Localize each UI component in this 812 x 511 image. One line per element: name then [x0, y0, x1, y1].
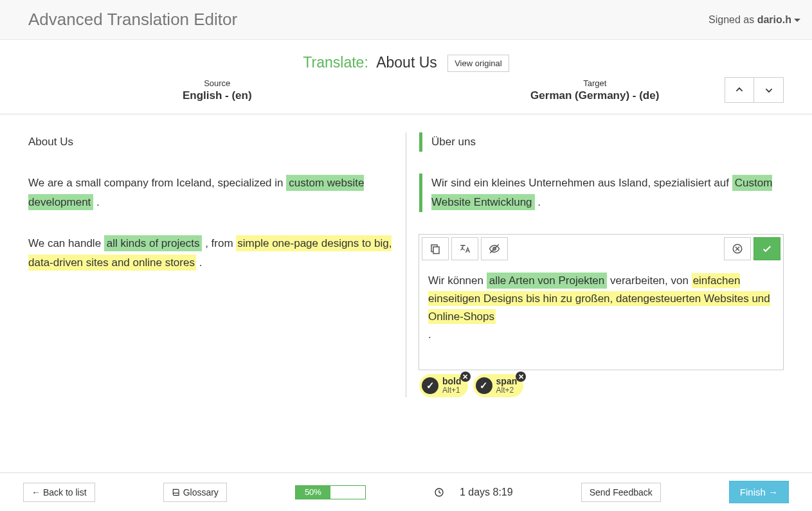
- user-menu[interactable]: Signed as dario.h: [708, 14, 800, 26]
- signed-as-label: Signed as: [708, 14, 757, 25]
- text: , from: [205, 237, 236, 249]
- time-remaining: 1 days 8:19: [434, 487, 513, 498]
- remove-tag-icon[interactable]: ✕: [460, 372, 471, 382]
- check-icon: [761, 243, 773, 255]
- source-segment-3[interactable]: We can handle all kinds of projects , fr…: [28, 234, 393, 273]
- send-feedback-button[interactable]: Send Feedback: [581, 483, 661, 502]
- segment-toolbar: [419, 235, 783, 263]
- language-row: Source English - (en) Target German (Ger…: [0, 78, 812, 114]
- text: Wir sind ein kleines Unternehmen aus Isl…: [431, 177, 732, 189]
- back-to-list-button[interactable]: ← Back to list: [23, 483, 95, 502]
- reject-button[interactable]: [724, 237, 751, 260]
- machine-translate-button[interactable]: [451, 237, 478, 260]
- tag-bold[interactable]: ✓ bold Alt+1 ✕: [419, 374, 468, 397]
- glossary-button[interactable]: Glossary: [163, 483, 227, 502]
- username: dario.h: [757, 14, 791, 25]
- next-segment-button[interactable]: [754, 77, 784, 103]
- top-bar: Advanced Translation Editor Signed as da…: [0, 0, 812, 40]
- progress-fill: 50%: [296, 486, 330, 499]
- remove-tag-icon[interactable]: ✕: [516, 372, 526, 382]
- text: .: [537, 196, 541, 208]
- translate-header: Translate: About Us View original: [0, 40, 812, 78]
- translate-label: Translate:: [303, 54, 368, 71]
- text: verarbeiten, von: [607, 274, 691, 287]
- tag-markers: ✓ bold Alt+1 ✕ ✓ span Alt+2 ✕: [419, 374, 784, 397]
- target-segment-1[interactable]: Über uns: [419, 132, 784, 152]
- text: .: [428, 328, 431, 341]
- app-title: Advanced Translation Editor: [28, 10, 237, 30]
- tag-shortcut: Alt+2: [496, 386, 518, 395]
- time-text: 1 days 8:19: [460, 487, 513, 498]
- translate-icon: [459, 243, 471, 255]
- text: We can handle: [28, 237, 104, 249]
- source-language: Source English - (en): [28, 78, 406, 102]
- book-icon: [172, 488, 181, 497]
- content: About Us We are a small company from Ice…: [0, 114, 812, 397]
- tag-shortcut: Alt+1: [442, 386, 462, 395]
- source-column: About Us We are a small company from Ice…: [28, 132, 406, 397]
- segment-nav: [725, 77, 784, 103]
- tag-name: bold: [442, 377, 462, 386]
- reject-icon: [732, 243, 743, 255]
- source-label: Source: [28, 78, 406, 88]
- hide-formatting-button[interactable]: [481, 237, 508, 260]
- target-column: Über uns Wir sind ein kleines Unternehme…: [406, 132, 784, 397]
- check-circle-icon: ✓: [476, 377, 492, 394]
- chevron-down-icon: [764, 85, 773, 94]
- source-segment-1[interactable]: About Us: [28, 132, 393, 152]
- tag-span[interactable]: ✓ span Alt+2 ✕: [473, 374, 524, 397]
- highlight-green: all kinds of projects: [104, 235, 203, 251]
- view-original-button[interactable]: View original: [447, 55, 509, 72]
- copy-source-button[interactable]: [422, 237, 449, 260]
- eye-slash-icon: [488, 243, 501, 255]
- caret-down-icon: [794, 19, 800, 22]
- text: .: [96, 196, 100, 208]
- target-segment-2[interactable]: Wir sind ein kleines Unternehmen aus Isl…: [419, 174, 784, 212]
- text: .: [199, 256, 203, 269]
- clock-icon: [434, 487, 444, 498]
- chevron-up-icon: [735, 85, 744, 94]
- accept-button[interactable]: [753, 237, 780, 260]
- prev-segment-button[interactable]: [725, 77, 754, 103]
- tag-name: span: [496, 377, 518, 386]
- svg-rect-1: [433, 247, 439, 254]
- footer: ← Back to list Glossary 50% 1 days 8:19 …: [0, 472, 812, 511]
- source-language-name: English - (en): [28, 89, 406, 102]
- glossary-label: Glossary: [183, 487, 219, 498]
- copy-icon: [429, 243, 441, 255]
- source-segment-2[interactable]: We are a small company from Iceland, spe…: [28, 174, 393, 212]
- translation-textarea[interactable]: Wir können alle Arten von Projekten vera…: [419, 263, 783, 370]
- finish-button[interactable]: Finish →: [729, 481, 789, 503]
- text: We are a small company from Iceland, spe…: [28, 177, 286, 189]
- highlight-green: alle Arten von Projekten: [487, 273, 608, 289]
- active-segment-editor: Wir können alle Arten von Projekten vera…: [419, 234, 784, 370]
- check-circle-icon: ✓: [422, 377, 438, 394]
- document-title: About Us: [376, 54, 437, 71]
- progress-bar: 50%: [295, 485, 366, 499]
- text: Wir können: [428, 274, 487, 287]
